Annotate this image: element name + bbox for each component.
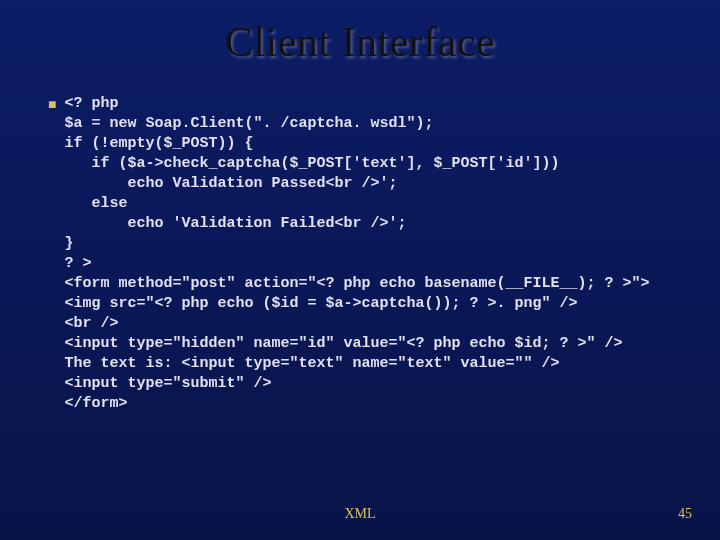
footer-label: XML [0,506,720,522]
code-block: ■ <? php $a = new Soap.Client(". /captch… [48,94,672,414]
code-content: <? php $a = new Soap.Client(". /captcha.… [64,94,649,414]
page-number: 45 [678,506,692,522]
slide-title: Client Interface [48,18,672,66]
slide: Client Interface ■ <? php $a = new Soap.… [0,0,720,540]
bullet-icon: ■ [48,95,56,115]
